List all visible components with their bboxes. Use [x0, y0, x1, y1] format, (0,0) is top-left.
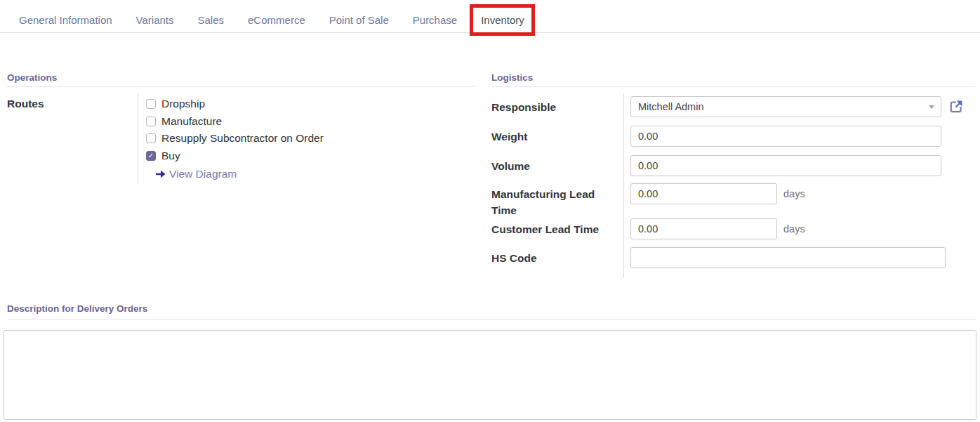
route-label: Dropship	[161, 98, 205, 110]
volume-input[interactable]	[630, 155, 941, 176]
notebook-tabbar: General Information Variants Sales eComm…	[0, 0, 980, 33]
customer-lead-time-input[interactable]	[630, 218, 777, 239]
logistics-title: Logistics	[491, 72, 976, 87]
operations-group: Operations Routes ✓ Dropship ✓ Manufactu…	[7, 72, 475, 184]
weight-label: Weight	[491, 126, 630, 147]
view-diagram-link[interactable]: View Diagram	[146, 166, 475, 183]
operations-title: Operations	[7, 72, 475, 87]
volume-label: Volume	[491, 155, 630, 176]
tab-general-information[interactable]: General Information	[7, 14, 124, 32]
checkbox-manufacture[interactable]: ✓	[146, 117, 156, 126]
view-diagram-label: View Diagram	[169, 168, 237, 180]
route-option-buy[interactable]: ✓ Buy	[146, 147, 475, 165]
external-link-icon[interactable]	[948, 99, 964, 114]
description-for-delivery-orders-title: Description for Delivery Orders	[7, 303, 976, 319]
tab-point-of-sale[interactable]: Point of Sale	[317, 14, 401, 32]
tab-ecommerce[interactable]: eCommerce	[236, 14, 317, 32]
responsible-input[interactable]	[630, 96, 941, 117]
route-label: Buy	[161, 150, 180, 162]
routes-list: ✓ Dropship ✓ Manufacture ✓ Resupply Subc…	[138, 93, 475, 184]
responsible-label: Responsible	[491, 96, 630, 117]
logistics-group: Logistics Responsible Weight	[491, 72, 976, 277]
tab-purchase[interactable]: Purchase	[401, 14, 469, 32]
field-separator-line	[623, 93, 624, 278]
checkbox-dropship[interactable]: ✓	[146, 99, 156, 109]
tab-sales[interactable]: Sales	[186, 14, 237, 32]
tab-variants[interactable]: Variants	[124, 14, 186, 32]
checkbox-resupply-subcontractor[interactable]: ✓	[146, 133, 156, 143]
tab-inventory[interactable]: Inventory	[469, 14, 536, 32]
route-option-dropship[interactable]: ✓ Dropship	[146, 95, 475, 113]
manufacturing-lead-time-label: Manufacturing Lead Time	[491, 183, 630, 218]
delivery-description-textarea[interactable]	[4, 330, 976, 420]
route-label: Manufacture	[161, 115, 222, 128]
arrow-right-icon	[155, 170, 166, 178]
weight-input[interactable]	[630, 126, 941, 147]
route-option-manufacture[interactable]: ✓ Manufacture	[146, 113, 475, 131]
routes-label: Routes	[7, 93, 138, 184]
responsible-combo	[630, 96, 941, 117]
customer-lead-time-unit: days	[783, 218, 805, 239]
tab-inventory-label: Inventory	[481, 14, 524, 26]
route-option-resupply-subcontractor[interactable]: ✓ Resupply Subcontractor on Order	[146, 130, 475, 147]
hs-code-label: HS Code	[491, 247, 630, 268]
customer-lead-time-label: Customer Lead Time	[491, 218, 630, 239]
hs-code-input[interactable]	[630, 247, 946, 268]
checkbox-buy[interactable]: ✓	[146, 151, 156, 161]
route-label: Resupply Subcontractor on Order	[161, 132, 324, 145]
manufacturing-lead-time-input[interactable]	[630, 183, 777, 204]
manufacturing-lead-time-unit: days	[783, 183, 805, 204]
